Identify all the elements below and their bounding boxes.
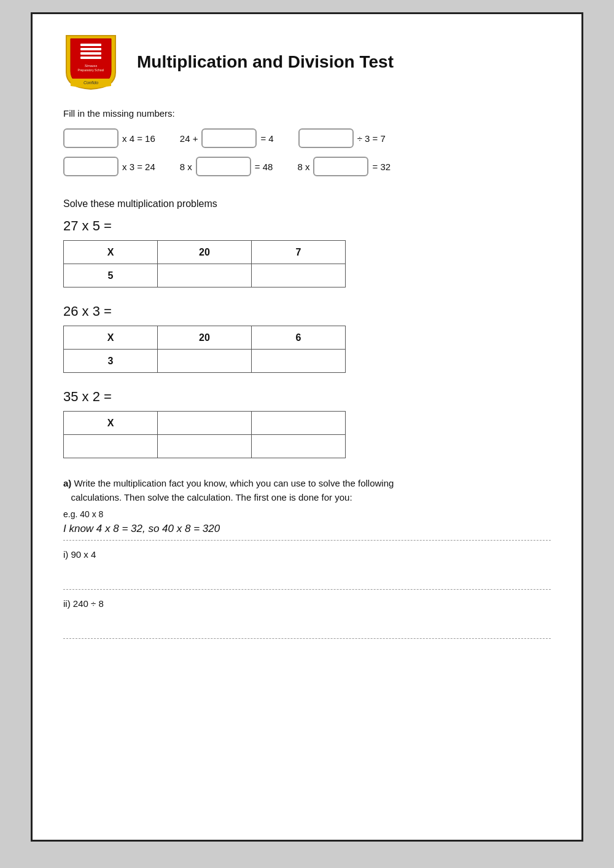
fill-item-2c: 8 x = 32	[297, 157, 391, 176]
section-a-text: Write the multiplication fact you know, …	[63, 478, 394, 502]
svg-rect-2	[80, 52, 101, 55]
mult-equation-2: 26 x 3 =	[63, 303, 551, 319]
grid-cell: 20	[158, 241, 252, 264]
grid-cell: 3	[64, 350, 158, 373]
fill-suffix-2c: = 32	[372, 162, 391, 172]
grid-cell[interactable]	[158, 264, 252, 287]
fill-item-2a: x 3 = 24	[63, 157, 155, 176]
grid-cell: X	[64, 326, 158, 350]
grid-row: 3	[64, 350, 346, 373]
mult-section: Solve these multiplication problems 27 x…	[63, 198, 551, 458]
svg-text:Preparatory School: Preparatory School	[78, 68, 104, 72]
grid-cell[interactable]	[158, 350, 252, 373]
svg-rect-0	[80, 44, 101, 46]
svg-text:Strauss: Strauss	[85, 63, 98, 68]
grid-row: X 20 6	[64, 326, 346, 350]
fill-suffix-1b: = 4	[260, 133, 273, 144]
mult-equation-1: 27 x 5 =	[63, 218, 551, 234]
fill-item-2b: 8 x = 48	[180, 157, 273, 176]
grid-cell[interactable]	[64, 435, 158, 458]
grid-row	[64, 435, 346, 458]
grid-cell: 7	[252, 241, 346, 264]
sub-problem-2-answer[interactable]	[63, 614, 551, 637]
fill-box-2c[interactable]	[313, 157, 368, 176]
page: Strauss Preparatory School Confido Multi…	[31, 12, 583, 842]
fill-box-2a[interactable]	[63, 157, 119, 176]
grid-cell: 20	[158, 326, 252, 350]
mult-problem-3: 35 x 2 = X	[63, 389, 551, 458]
fill-item-1a: x 4 = 16	[63, 128, 155, 148]
mult-grid-3: X	[63, 411, 346, 458]
dotted-divider-2	[63, 638, 551, 639]
header: Strauss Preparatory School Confido Multi…	[63, 33, 551, 91]
fill-suffix-2a: x 3 = 24	[122, 162, 155, 172]
fill-item-1b: 24 + = 4	[180, 128, 274, 148]
sub-problem-1-answer[interactable]	[63, 565, 551, 588]
mult-grid-2: X 20 6 3	[63, 326, 346, 373]
fill-box-1b[interactable]	[201, 128, 257, 148]
fill-row-2: x 3 = 24 8 x = 48 8 x = 32	[63, 157, 551, 176]
section-a: a) Write the multiplication fact you kno…	[63, 477, 551, 639]
mult-grid-1: X 20 7 5	[63, 240, 346, 287]
grid-cell: X	[64, 412, 158, 435]
fill-suffix-2b: = 48	[255, 162, 273, 172]
mult-heading: Solve these multiplication problems	[63, 198, 551, 209]
svg-rect-1	[80, 48, 101, 50]
dotted-divider-eg	[63, 540, 551, 541]
sub-problem-1-label: i) 90 x 4	[63, 549, 551, 560]
fill-suffix-1c: ÷ 3 = 7	[357, 133, 386, 144]
fill-suffix-1a: x 4 = 16	[122, 133, 155, 144]
grid-cell[interactable]	[158, 412, 252, 435]
sub-problem-2-label: ii) 240 ÷ 8	[63, 598, 551, 609]
fill-box-2b[interactable]	[196, 157, 251, 176]
section-a-instruction: a) Write the multiplication fact you kno…	[63, 477, 551, 504]
fill-row-1: x 4 = 16 24 + = 4 ÷ 3 = 7	[63, 128, 551, 148]
grid-row: X 20 7	[64, 241, 346, 264]
page-title: Multiplication and Division Test	[137, 52, 394, 72]
mult-problem-2: 26 x 3 = X 20 6 3	[63, 303, 551, 373]
svg-rect-3	[80, 57, 101, 59]
grid-cell[interactable]	[252, 435, 346, 458]
grid-row: X	[64, 412, 346, 435]
fill-prefix-1b: 24 +	[180, 133, 198, 144]
grid-cell[interactable]	[252, 412, 346, 435]
fill-box-1c[interactable]	[298, 128, 354, 148]
fill-instruction: Fill in the missing numbers:	[63, 108, 551, 119]
fill-prefix-2c: 8 x	[297, 162, 309, 172]
grid-cell[interactable]	[252, 264, 346, 287]
svg-text:Confido: Confido	[84, 80, 98, 85]
example-answer: I know 4 x 8 = 32, so 40 x 8 = 320	[63, 523, 551, 538]
fill-item-1c: ÷ 3 = 7	[298, 128, 386, 148]
grid-cell: 5	[64, 264, 158, 287]
fill-section: Fill in the missing numbers: x 4 = 16 24…	[63, 108, 551, 176]
section-a-label: a)	[63, 478, 71, 488]
grid-cell: X	[64, 241, 158, 264]
mult-problem-1: 27 x 5 = X 20 7 5	[63, 218, 551, 287]
fill-prefix-2b: 8 x	[180, 162, 192, 172]
mult-equation-3: 35 x 2 =	[63, 389, 551, 405]
grid-cell[interactable]	[158, 435, 252, 458]
grid-cell: 6	[252, 326, 346, 350]
fill-box-1a[interactable]	[63, 128, 119, 148]
eg-label: e.g. 40 x 8	[63, 509, 551, 519]
dotted-divider-1	[63, 589, 551, 590]
grid-cell[interactable]	[252, 350, 346, 373]
grid-row: 5	[64, 264, 346, 287]
school-logo: Strauss Preparatory School Confido	[63, 33, 119, 91]
